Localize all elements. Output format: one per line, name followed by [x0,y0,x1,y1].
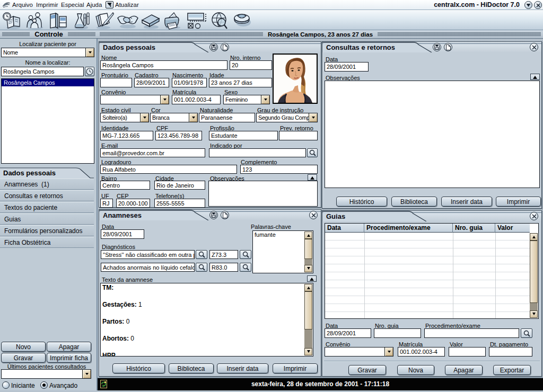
scrollbar[interactable] [304,231,312,272]
sexo-select[interactable]: Feminino [223,95,270,104]
guias-table-body[interactable] [325,233,530,318]
novo-button[interactable]: Novo [1,342,46,352]
logradouro-input[interactable]: Rua Alfabeto [100,165,237,174]
prev-retorno-input[interactable] [279,131,318,140]
search-icon[interactable] [521,328,532,338]
menu-arquivo[interactable]: Arquivo [12,1,33,9]
close-panel-icon[interactable] [309,211,318,219]
grau-instrucao-select[interactable]: Segundo Grau Comp [256,113,318,122]
dropdown-arrow-icon[interactable] [189,113,197,122]
data-input[interactable]: 28/09/2001 [325,62,369,72]
bairro-input[interactable]: Centro [100,181,150,190]
cep-input[interactable]: 20.000-100 [116,199,150,208]
nova-button[interactable]: Nova [397,365,434,375]
complemento-input[interactable]: 123 [240,165,318,174]
scroll-up-icon[interactable] [308,174,317,181]
nro-interno-input[interactable]: 20 [230,60,272,70]
search-icon[interactable] [196,250,207,259]
historico-button[interactable]: Histórico [112,363,165,373]
palavras-chave-list[interactable]: fumante [252,230,313,273]
new-record-icon[interactable] [221,43,229,51]
col-procedimento[interactable]: Procedimento/exame [364,224,453,233]
biblioteca-button[interactable]: Biblioteca [169,363,214,373]
convenio-select[interactable] [100,95,169,104]
close-panel-icon[interactable] [530,212,538,220]
dropdown-arrow-icon[interactable] [261,95,269,104]
estado-civil-select[interactable]: Solteiro(a) [100,113,149,122]
nome-input[interactable]: Rosângela Campos [100,60,227,70]
uf-input[interactable]: RJ [100,199,113,208]
dropdown-arrow-icon[interactable] [140,113,148,122]
imprimir-ficha-button[interactable]: Imprimir ficha [47,353,91,363]
save-icon[interactable] [209,211,218,219]
patient-list[interactable]: Rosângela Campos [1,78,94,164]
inserir-data-button[interactable]: Inserir data [441,197,492,207]
menu-atualizar[interactable]: Atualizar [115,1,139,9]
dropdown-arrow-icon[interactable] [309,113,317,122]
matricula-input[interactable]: 001.002.003-4 [172,95,221,104]
nav-item-formularios[interactable]: Formulários personalizados [0,225,94,236]
scroll-up-icon[interactable] [530,74,540,80]
nav-item-consultas[interactable]: Consultas e retornos [0,190,94,201]
iniciante-radio[interactable] [2,381,10,389]
inserir-data-button[interactable]: Inserir data [217,363,268,373]
scrollbar[interactable] [304,284,312,355]
biblioteca-button[interactable]: Biblioteca [391,197,437,207]
new-record-icon[interactable] [221,211,229,219]
observacoes-textarea[interactable] [325,81,540,188]
cor-select[interactable]: Branca [150,113,198,122]
cid-1-input[interactable]: Z73.3 [209,250,238,259]
menu-especial[interactable]: Especial [61,1,84,9]
arquivo-icon[interactable] [48,11,69,30]
dropdown-arrow-icon[interactable] [160,95,169,104]
diagnostico-1-input[interactable]: ''Stress'' não classificado em outra p [101,250,195,259]
historico-button[interactable]: Histórico [336,197,387,207]
avancado-radio[interactable] [40,381,48,389]
valor-input[interactable] [449,347,486,357]
nro-guia-input[interactable] [374,328,421,338]
cidade-input[interactable]: Rio de Janeiro [154,181,205,190]
scroll-up-icon[interactable] [530,233,538,240]
diagnostico-2-input[interactable]: Achados anormais no líquido cefalor [101,263,195,272]
search-icon[interactable] [240,263,251,272]
exames-icon[interactable] [71,11,92,30]
convenio-select[interactable] [325,347,393,357]
naturalidade-input[interactable]: Paranaense [199,113,255,122]
col-data[interactable]: Data [325,224,364,233]
locate-by-select[interactable]: Nome [1,48,94,57]
convenios-icon[interactable] [117,11,138,30]
data-input[interactable]: 28/09/2001 [101,229,144,239]
botao-icon[interactable] [232,11,253,30]
biblioteca-icon[interactable] [140,11,161,30]
nav-tab-dados-pessoais[interactable]: Dados pessoais [0,167,98,179]
scroll-thumb[interactable] [304,239,312,259]
col-nro-guia[interactable]: Nro. guia [453,224,495,233]
observacoes-textarea[interactable] [208,181,318,207]
scroll-up-icon[interactable] [304,284,312,291]
identidade-input[interactable]: MG-7.123.665 [100,131,153,140]
scroll-thumb[interactable] [530,240,538,303]
close-window-icon[interactable] [534,1,542,9]
name-search-input[interactable]: Rosângela Campos [1,67,84,76]
indicado-por-input[interactable] [209,148,306,157]
dropdown-arrow-icon[interactable] [85,48,94,57]
texto-anamnese-textarea[interactable]: TM: Gestações: 1 Partos: 0 Abortos: 0 HP… [100,283,313,357]
nascimento-input[interactable]: 01/09/1978 [172,78,207,87]
nav-item-ficha-obstetrica[interactable]: Ficha Obstétrica [0,237,94,248]
scroll-down-icon[interactable] [530,310,538,318]
idade-input[interactable]: 23 anos 27 dias [209,78,272,87]
save-icon[interactable] [433,43,441,51]
last-patients-select[interactable] [1,369,91,379]
email-input[interactable]: email@provedor.com.br [100,148,205,157]
nav-item-anamneses[interactable]: Anamneses (1) [0,179,94,190]
search-icon[interactable] [240,250,251,259]
scroll-down-icon[interactable] [304,265,312,272]
dropdown-arrow-icon[interactable] [82,370,91,378]
telefones-input[interactable]: 2555-5555 [154,199,205,208]
save-icon[interactable] [209,43,218,51]
internet-icon[interactable] [209,11,230,30]
dt-pagamento-input[interactable] [489,347,532,357]
cpf-input[interactable]: 123.456.789-98 [155,131,202,140]
patient-list-item[interactable]: Rosângela Campos [2,79,94,86]
agenda-icon[interactable] [1,11,22,30]
